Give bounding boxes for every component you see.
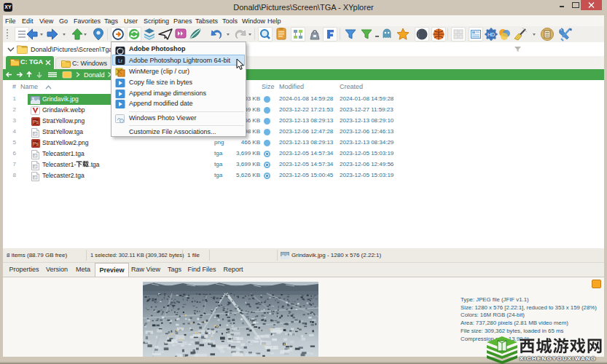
svg-text:Ps: Ps (33, 119, 39, 124)
svg-text:Lr: Lr (118, 58, 123, 63)
svg-text:HD: HD (487, 32, 495, 37)
svg-text:Ps: Ps (33, 141, 39, 146)
